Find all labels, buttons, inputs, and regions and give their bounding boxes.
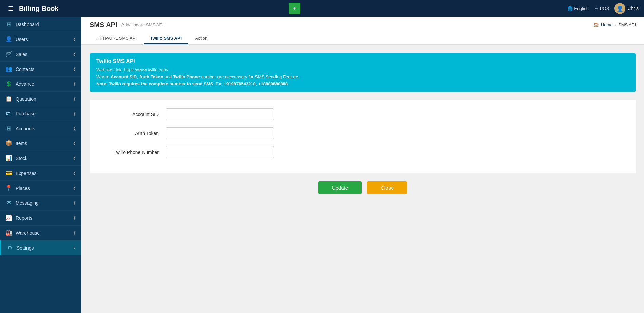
language-label: English — [574, 6, 589, 11]
sales-icon: 🛒 — [5, 51, 12, 57]
page-title: SMS API — [90, 21, 117, 29]
sales-chevron-icon: ❮ — [73, 52, 76, 56]
form-buttons: Update Close — [90, 181, 636, 194]
infobox-description: Where Account SID, Auth Token and Twilio… — [96, 74, 629, 79]
sidebar-item-settings[interactable]: ⚙ Settings ∨ — [0, 240, 81, 255]
breadcrumb-current: SMS API — [618, 22, 636, 27]
content-area: Twilio SMS API Website Link: https://www… — [81, 45, 644, 313]
sidebar: ⊞ Dashboard 👤 Users ❮ 🛒 Sales ❮ 👥 Contac… — [0, 17, 81, 313]
advance-chevron-icon: ❮ — [73, 82, 76, 86]
sidebar-item-accounts[interactable]: ⊞ Accounts ❮ — [0, 121, 81, 136]
reports-chevron-icon: ❮ — [73, 216, 76, 220]
sidebar-label-advance: Advance — [16, 81, 34, 87]
users-chevron-icon: ❮ — [73, 37, 76, 41]
sidebar-label-contacts: Contacts — [16, 66, 34, 72]
purchase-icon: 🛍 — [5, 111, 12, 117]
tab-twilio[interactable]: Twilio SMS API — [144, 33, 188, 44]
contacts-icon: 👥 — [5, 66, 12, 72]
sidebar-item-dashboard[interactable]: ⊞ Dashboard — [0, 17, 81, 32]
infobox-note: Note: Twilio requires the complete numbe… — [96, 81, 629, 86]
users-icon: 👤 — [5, 36, 12, 42]
sidebar-label-reports: Reports — [16, 215, 32, 221]
auth-token-input[interactable] — [166, 127, 274, 139]
sidebar-item-places[interactable]: 📍 Places ❮ — [0, 181, 81, 196]
sidebar-item-users[interactable]: 👤 Users ❮ — [0, 32, 81, 47]
breadcrumb-separator: › — [615, 22, 616, 27]
stock-icon: 📊 — [5, 155, 12, 161]
infobox-title: Twilio SMS API — [96, 58, 629, 64]
places-icon: 📍 — [5, 185, 12, 191]
sidebar-label-purchase: Purchase — [16, 111, 36, 116]
sidebar-label-messaging: Messaging — [16, 200, 39, 206]
quick-add-button[interactable]: + — [289, 3, 300, 14]
expenses-icon: 💳 — [5, 170, 12, 176]
sidebar-label-dashboard: Dashboard — [16, 22, 39, 27]
app-title: Billing Book — [19, 5, 286, 13]
phone-number-label: Twilio Phone Number — [98, 150, 166, 155]
sidebar-label-items: Items — [16, 141, 27, 146]
sidebar-item-stock[interactable]: 📊 Stock ❮ — [0, 151, 81, 166]
page-subtitle: Add/Update SMS API — [121, 22, 164, 27]
phone-number-row: Twilio Phone Number — [98, 146, 628, 158]
contacts-chevron-icon: ❮ — [73, 67, 76, 71]
infobox-website-link[interactable]: https://www.twilio.com/ — [124, 67, 168, 72]
account-sid-input[interactable] — [166, 108, 274, 120]
messaging-icon: ✉ — [5, 200, 12, 206]
sidebar-label-places: Places — [16, 185, 30, 191]
sidebar-item-items[interactable]: 📦 Items ❮ — [0, 136, 81, 151]
breadcrumb-home-icon: 🏠 — [593, 22, 599, 27]
settings-icon: ⚙ — [6, 244, 13, 251]
auth-token-row: Auth Token — [98, 127, 628, 139]
sidebar-item-purchase[interactable]: 🛍 Purchase ❮ — [0, 106, 81, 121]
sidebar-item-sales[interactable]: 🛒 Sales ❮ — [0, 47, 81, 62]
infobox-website: Website Link: https://www.twilio.com/ — [96, 67, 629, 72]
main-content: SMS API Add/Update SMS API 🏠 Home › SMS … — [81, 17, 644, 313]
page-header: SMS API Add/Update SMS API 🏠 Home › SMS … — [81, 17, 644, 45]
pos-button[interactable]: ＋ POS — [594, 5, 609, 12]
sidebar-item-messaging[interactable]: ✉ Messaging ❮ — [0, 196, 81, 211]
reports-icon: 📈 — [5, 215, 12, 221]
sidebar-label-quotation: Quotation — [16, 96, 36, 102]
items-chevron-icon: ❮ — [73, 141, 76, 145]
sidebar-label-settings: Settings — [17, 245, 34, 251]
sidebar-label-users: Users — [16, 37, 28, 42]
sidebar-label-stock: Stock — [16, 156, 27, 161]
sidebar-label-expenses: Expenses — [16, 171, 36, 176]
infobox-website-prefix: Website Link: — [96, 67, 124, 72]
sidebar-label-warehouse: Warehouse — [16, 230, 40, 236]
twilio-form-card: Account SID Auth Token Twilio Phone Numb… — [90, 100, 636, 173]
topbar: ☰ Billing Book + 🌐 English ＋ POS 👤 Chris — [0, 0, 644, 17]
menu-toggle-button[interactable]: ☰ — [5, 3, 16, 14]
sidebar-item-quotation[interactable]: 📋 Quotation ❮ — [0, 92, 81, 106]
accounts-chevron-icon: ❮ — [73, 126, 76, 131]
update-button[interactable]: Update — [318, 181, 362, 194]
breadcrumb-home[interactable]: Home — [601, 22, 613, 27]
language-icon: 🌐 — [567, 6, 573, 11]
account-sid-label: Account SID — [98, 112, 166, 117]
language-selector[interactable]: 🌐 English — [567, 6, 589, 11]
accounts-icon: ⊞ — [5, 125, 12, 132]
username-label: Chris — [627, 6, 639, 11]
phone-number-input[interactable] — [166, 146, 274, 158]
stock-chevron-icon: ❮ — [73, 156, 76, 160]
advance-icon: 💲 — [5, 81, 12, 87]
warehouse-icon: 🏭 — [5, 230, 12, 236]
quotation-chevron-icon: ❮ — [73, 97, 76, 101]
dashboard-icon: ⊞ — [5, 21, 12, 27]
sidebar-label-accounts: Accounts — [16, 126, 35, 131]
tab-http[interactable]: HTTP/URL SMS API — [90, 33, 144, 44]
twilio-info-box: Twilio SMS API Website Link: https://www… — [90, 53, 636, 92]
sidebar-item-reports[interactable]: 📈 Reports ❮ — [0, 211, 81, 226]
tabs-container: HTTP/URL SMS API Twilio SMS API Action — [90, 33, 636, 44]
quotation-icon: 📋 — [5, 96, 12, 102]
settings-chevron-icon: ∨ — [73, 246, 76, 250]
close-button[interactable]: Close — [367, 181, 407, 194]
sidebar-item-advance[interactable]: 💲 Advance ❮ — [0, 77, 81, 92]
tab-action[interactable]: Action — [188, 33, 214, 44]
user-menu[interactable]: 👤 Chris — [614, 3, 639, 14]
warehouse-chevron-icon: ❮ — [73, 231, 76, 235]
sidebar-item-warehouse[interactable]: 🏭 Warehouse ❮ — [0, 226, 81, 240]
sidebar-item-expenses[interactable]: 💳 Expenses ❮ — [0, 166, 81, 181]
sidebar-label-sales: Sales — [16, 52, 27, 57]
sidebar-item-contacts[interactable]: 👥 Contacts ❮ — [0, 62, 81, 77]
